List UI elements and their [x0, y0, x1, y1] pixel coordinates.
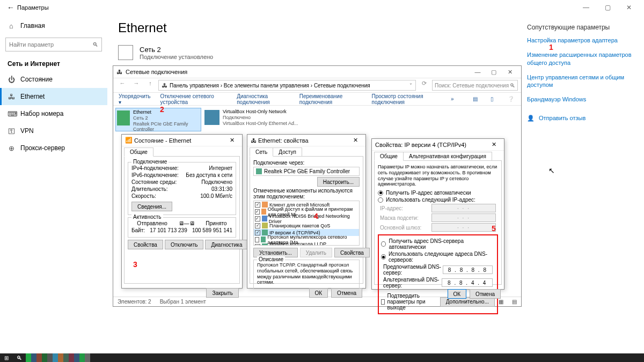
tab-general[interactable]: Общие	[374, 152, 404, 161]
sidebar-section: Сеть и Интернет	[0, 57, 107, 71]
dns2-label: Альтернативный DNS-сервер:	[383, 277, 442, 289]
dns1-field[interactable]: 8 . 8 . 8 . 8	[443, 265, 493, 274]
help-icon[interactable]: ❔	[508, 96, 516, 102]
refresh-button[interactable]: ⟳	[418, 80, 430, 91]
component-properties-button[interactable]: Свойства	[334, 248, 370, 257]
maximize-button[interactable]: ▢	[486, 69, 502, 76]
component-list[interactable]: ✓Клиент для сетей Microsoft ✓Общий досту…	[253, 201, 360, 246]
adapter-virtualbox[interactable]: VirtualBox Host-Only NetworkПодключеноVi…	[203, 108, 300, 131]
adapter-desc: Realtek PCIe GbE Family Controller	[133, 121, 200, 133]
row-label: IPv6-подключение:	[131, 172, 179, 178]
dns-highlight-box: Получить адрес DNS-сервера автоматически…	[378, 234, 498, 314]
cmd-rename[interactable]: Переименование подключения	[299, 93, 362, 105]
tab-access[interactable]: Доступ	[273, 147, 302, 157]
properties-button[interactable]: Свойства	[128, 240, 163, 249]
search-taskbar[interactable]: 🔍︎	[13, 353, 26, 362]
start-button[interactable]: ⊞	[0, 353, 13, 362]
link-network-center[interactable]: Центр управления сетями и общим доступом	[527, 73, 638, 90]
adapter-name: Realtek PCIe GbE Family Controller	[264, 168, 350, 174]
preview-icon[interactable]: ▯	[491, 96, 499, 102]
ok-button[interactable]: ОК	[448, 289, 467, 299]
breadcrumb-text: Панель управления › Все элементы панели …	[170, 83, 370, 88]
cancel-button[interactable]: Отмена	[470, 289, 501, 299]
status-dialog: 📶 Состояние - Ethernet✕ Общие Подключени…	[121, 134, 243, 289]
dns2-field[interactable]: 8 . 8 . 4 . 4	[442, 278, 493, 287]
cmd-disable[interactable]: Отключение сетевого устройства	[160, 93, 228, 105]
radio-dns-auto[interactable]: Получить адрес DNS-сервера автоматически	[381, 238, 495, 250]
adapter-icon	[117, 110, 130, 125]
related-heading: Сопутствующие параметры	[527, 24, 638, 31]
link-firewall[interactable]: Брандмауэр Windows	[527, 95, 638, 104]
configure-button[interactable]: Настроить...	[317, 177, 360, 187]
nav-back[interactable]: ←	[116, 80, 128, 91]
tab-network[interactable]: Сеть	[250, 147, 273, 157]
taskbar: ⊞ 🔍︎	[0, 353, 644, 362]
close-button[interactable]: ✕	[618, 4, 640, 11]
dialog-title: Свойства: IP версии 4 (TCP/IPv4)	[375, 142, 466, 148]
sidebar-label: Прокси-сервер	[20, 144, 65, 152]
maximize-button[interactable]: ▢	[597, 4, 618, 11]
mouse-cursor: ↖	[548, 166, 555, 175]
breadcrumb[interactable]: 🖧Панель управления › Все элементы панели…	[158, 80, 416, 91]
tab-alt-config[interactable]: Альтернативная конфигурация	[403, 152, 492, 161]
radio-dns-manual[interactable]: Использовать следующие адреса DNS-сервер…	[381, 250, 495, 263]
related-panel: Сопутствующие параметры Настройка параме…	[521, 15, 644, 353]
minimize-button[interactable]: —	[575, 4, 597, 11]
link-adapter-settings[interactable]: Настройка параметров адаптера	[527, 36, 638, 45]
nav-forward[interactable]: →	[130, 80, 142, 91]
cmd-diagnose[interactable]: Диагностика подключения	[237, 93, 290, 105]
close-button[interactable]: ✕	[487, 141, 501, 148]
remove-button: Удалить	[300, 248, 332, 257]
ipv4-properties-dialog: Свойства: IP версии 4 (TCP/IPv4)✕ ОбщиеА…	[371, 138, 504, 290]
adapter-name: VirtualBox Host-Only Network	[223, 109, 298, 115]
window-icon: 📶	[125, 137, 133, 144]
search-input[interactable]: Найти параметр🔍︎	[5, 38, 102, 51]
minimize-button[interactable]: —	[470, 69, 486, 75]
validate-checkbox[interactable]: Подтвердить параметры при выходе	[381, 292, 440, 311]
back-button[interactable]: ←	[4, 3, 17, 12]
cancel-button[interactable]: Отмена	[331, 288, 362, 298]
close-button[interactable]: ✕	[225, 137, 239, 144]
adapter-ethernet[interactable]: EthernetСеть 2Realtek PCIe GbE Family Co…	[115, 108, 201, 131]
gateway-field: · · ·	[431, 223, 496, 232]
dialup-icon: ⌨	[8, 110, 15, 118]
sidebar-item-home[interactable]: ⌂Главная	[0, 17, 107, 34]
radio-ip-auto[interactable]: Получить IP-адрес автоматически	[378, 189, 498, 196]
disable-button[interactable]: Отключить	[165, 240, 204, 249]
sidebar-item-dialup[interactable]: ⌨Набор номера	[0, 105, 107, 122]
cmd-more[interactable]: »	[451, 96, 454, 102]
description-label: Описание	[257, 256, 285, 262]
explorer-search[interactable]: Поиск: Сетевые подключения🔍︎	[432, 80, 518, 91]
adapter-icon	[204, 110, 219, 125]
ok-button[interactable]: ОК	[309, 288, 328, 298]
sidebar-item-vpn[interactable]: ⚿VPN	[0, 122, 107, 139]
tab-general[interactable]: Общие	[124, 147, 153, 157]
search-icon: 🔍︎	[92, 41, 98, 48]
sidebar-item-ethernet[interactable]: 🖧Ethernet	[0, 88, 107, 105]
cmd-viewstatus[interactable]: Просмотр состояния подключения	[372, 93, 441, 105]
link-sharing-settings[interactable]: Изменение расширенных параметров общего …	[527, 51, 638, 67]
sidebar-label: Ethernet	[20, 93, 45, 100]
link-feedback[interactable]: Отправить отзыв	[539, 114, 586, 122]
sidebar-item-status[interactable]: ⏻Состояние	[0, 71, 107, 88]
close-button[interactable]: ✕	[502, 69, 518, 76]
sidebar-item-proxy[interactable]: ⊕Прокси-сервер	[0, 139, 107, 157]
dialog-title: Состояние - Ethernet	[134, 137, 191, 144]
mask-label: Маска подсети:	[380, 215, 419, 221]
network-status: Подключение установлено	[140, 54, 213, 60]
checkbox-label: Подтвердить параметры при выходе	[387, 293, 440, 311]
nav-up[interactable]: ↑	[144, 80, 156, 91]
adapter-name: Ethernet	[133, 109, 200, 115]
diagnose-button[interactable]: Диагностика	[205, 240, 248, 249]
details-button[interactable]: Сведения...	[131, 202, 172, 211]
radio-ip-manual[interactable]: Использовать следующий IP-адрес:	[378, 196, 498, 203]
close-button[interactable]: ✕	[348, 137, 362, 144]
globe-icon: ⊕	[8, 144, 15, 152]
network-row[interactable]: Сеть 2 Подключение установлено	[118, 45, 510, 60]
view-icon[interactable]: ▤	[473, 96, 481, 102]
view-large-icon[interactable]: ▤	[512, 299, 517, 305]
close-dialog-button[interactable]: Закрыть	[206, 288, 239, 298]
ip-label: IP-адрес:	[380, 205, 403, 211]
cmd-organize[interactable]: Упорядочить ▾	[119, 93, 151, 105]
row-label: Скорость:	[131, 193, 156, 199]
